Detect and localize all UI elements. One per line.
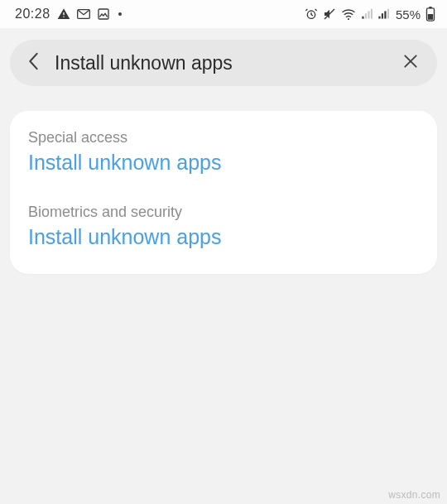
clear-search-button[interactable] <box>399 53 422 73</box>
svg-rect-7 <box>428 14 433 20</box>
svg-rect-1 <box>99 9 108 19</box>
battery-icon <box>425 7 435 22</box>
back-icon <box>26 52 41 74</box>
svg-point-4 <box>348 18 349 20</box>
watermark: wsxdn.com <box>388 489 440 501</box>
signal-2-icon <box>377 8 389 20</box>
image-icon <box>97 7 110 21</box>
more-notifications-icon <box>118 12 122 16</box>
mute-icon <box>323 7 336 21</box>
search-result[interactable]: Biometrics and security Install unknown … <box>28 204 419 250</box>
result-path: Special access <box>28 129 419 146</box>
warning-icon <box>57 7 70 21</box>
close-icon <box>402 53 419 73</box>
battery-percentage: 55% <box>396 7 421 22</box>
gmail-icon <box>77 9 90 19</box>
result-title: Install unknown apps <box>28 224 419 250</box>
alarm-icon <box>305 7 318 21</box>
svg-rect-6 <box>429 7 432 8</box>
search-input[interactable] <box>55 52 399 74</box>
result-path: Biometrics and security <box>28 204 419 221</box>
search-bar <box>10 40 437 86</box>
search-result[interactable]: Special access Install unknown apps <box>28 129 419 175</box>
signal-1-icon <box>361 8 372 20</box>
wifi-icon <box>341 8 356 20</box>
back-button[interactable] <box>22 52 45 74</box>
search-results-card: Special access Install unknown apps Biom… <box>10 111 437 274</box>
status-time: 20:28 <box>15 7 50 22</box>
status-right: 55% <box>305 7 435 22</box>
status-left: 20:28 <box>15 7 122 22</box>
status-bar: 20:28 55% <box>0 0 447 28</box>
result-title: Install unknown apps <box>28 150 419 175</box>
